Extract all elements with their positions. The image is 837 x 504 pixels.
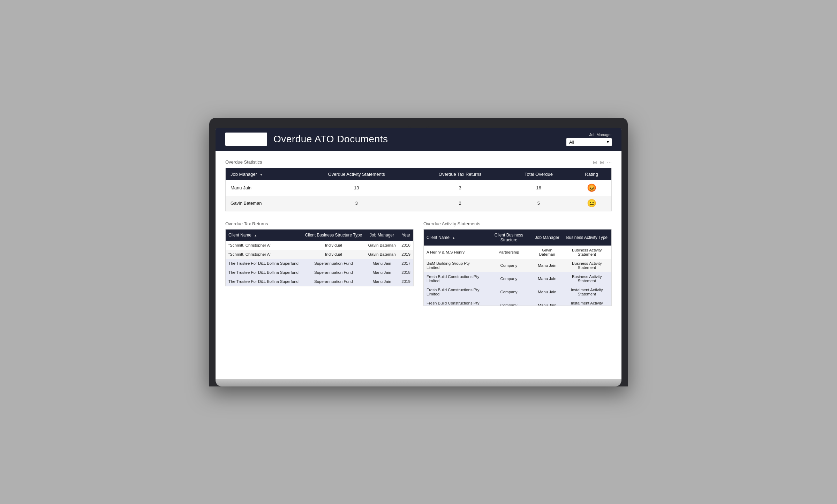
- as-manager-5: Manu Jain: [532, 299, 562, 306]
- stat-activity-1: 13: [299, 180, 414, 196]
- as-activity-4: Instalment Activity Statement: [563, 285, 611, 299]
- as-client-4: Fresh Build Constructions Pty Limited: [424, 285, 486, 299]
- table-row: Fresh Build Constructions Pty Limited Co…: [424, 272, 611, 285]
- as-col-job-manager: Job Manager: [532, 230, 562, 246]
- table-row: Manu Jain 13 3 16 😡: [226, 180, 611, 196]
- statistics-thead: Job Manager ▼ Overdue Activity Statement…: [226, 168, 611, 180]
- tr-client-2: "Schmitt, Christopher A": [226, 250, 302, 259]
- as-structure-2: Company: [486, 259, 532, 272]
- tr-structure-2: Individual: [302, 250, 365, 259]
- activity-statements-table-wrap[interactable]: Client Name ▲ Client Business Structure …: [423, 229, 612, 306]
- tr-structure-1: Individual: [302, 241, 365, 250]
- tr-manager-1: Gavin Bateman: [365, 241, 399, 250]
- job-manager-label: Job Manager: [589, 133, 612, 137]
- tax-returns-tbody: "Schmitt, Christopher A" Individual Gavi…: [226, 241, 413, 286]
- logo-box: [225, 133, 267, 146]
- export-icon[interactable]: ⊞: [600, 159, 604, 165]
- table-row: B&M Building Group Pty Limited Company M…: [424, 259, 611, 272]
- sort-arrow: ▼: [260, 173, 263, 176]
- tr-year-2: 2019: [399, 250, 413, 259]
- statistics-header-icons: ⊟ ⊞ ⋯: [593, 159, 612, 165]
- as-manager-1: Gavin Bateman: [532, 246, 562, 259]
- tr-client-4: The Trustee For D&L Bollina Superfund: [226, 268, 302, 277]
- main-content: Overdue Statistics ⊟ ⊞ ⋯ Job Manager ▼: [216, 151, 621, 314]
- table-row: A Henry & M.S Henry Partnership Gavin Ba…: [424, 246, 611, 259]
- tax-returns-thead: Client Name ▲ Client Business Structure …: [226, 230, 413, 241]
- tr-col-client-name: Client Name ▲: [226, 230, 302, 241]
- tr-manager-3: Manu Jain: [365, 259, 399, 268]
- page-title: Overdue ATO Documents: [273, 134, 388, 145]
- as-client-3: Fresh Build Constructions Pty Limited: [424, 272, 486, 285]
- table-row: The Trustee For D&L Bollina Superfund Su…: [226, 277, 413, 286]
- tr-manager-5: Manu Jain: [365, 277, 399, 286]
- tr-col-structure: Client Business Structure Type: [302, 230, 365, 241]
- as-manager-3: Manu Jain: [532, 272, 562, 285]
- tr-client-1: "Schmitt, Christopher A": [226, 241, 302, 250]
- sort-arrow-tr: ▲: [254, 234, 257, 237]
- as-structure-5: Company: [486, 299, 532, 306]
- tax-returns-table-wrap[interactable]: Client Name ▲ Client Business Structure …: [225, 229, 414, 286]
- col-activity-statements: Overdue Activity Statements: [299, 168, 414, 180]
- tax-returns-section: Overdue Tax Returns Client Name ▲ Client…: [225, 221, 414, 306]
- tr-structure-3: Superannuation Fund: [302, 259, 365, 268]
- statistics-table-container: Job Manager ▼ Overdue Activity Statement…: [225, 168, 612, 211]
- as-col-structure: Client Business Structure: [486, 230, 532, 246]
- as-client-5: Fresh Build Constructions Pty Limited: [424, 299, 486, 306]
- as-manager-2: Manu Jain: [532, 259, 562, 272]
- table-row: Fresh Build Constructions Pty Limited Co…: [424, 285, 611, 299]
- as-activity-3: Business Activity Statement: [563, 272, 611, 285]
- more-icon[interactable]: ⋯: [607, 159, 612, 165]
- header-left: Overdue ATO Documents: [225, 133, 388, 146]
- activity-statements-thead: Client Name ▲ Client Business Structure …: [424, 230, 611, 246]
- activity-statements-table: Client Name ▲ Client Business Structure …: [424, 230, 611, 306]
- activity-statements-tbody: A Henry & M.S Henry Partnership Gavin Ba…: [424, 246, 611, 306]
- stat-total-2: 5: [506, 196, 572, 211]
- bottom-sections: Overdue Tax Returns Client Name ▲ Client…: [225, 221, 612, 306]
- table-row: The Trustee For D&L Bollina Superfund Su…: [226, 259, 413, 268]
- tr-col-year: Year: [399, 230, 413, 241]
- table-row: "Schmitt, Christopher A" Individual Gavi…: [226, 241, 413, 250]
- as-col-activity-type: Business Activity Type: [563, 230, 611, 246]
- stat-activity-2: 3: [299, 196, 414, 211]
- as-structure-1: Partnership: [486, 246, 532, 259]
- as-client-2: B&M Building Group Pty Limited: [424, 259, 486, 272]
- header-right: Job Manager All Manu Jain Gavin Bateman: [566, 133, 612, 146]
- stat-job-manager-2: Gavin Bateman: [226, 196, 299, 211]
- sort-arrow-as: ▲: [452, 236, 455, 240]
- tr-structure-5: Superannuation Fund: [302, 277, 365, 286]
- stat-rating-2: 😐: [572, 196, 611, 211]
- statistics-tbody: Manu Jain 13 3 16 😡 Gavin Bateman 3 2: [226, 180, 611, 211]
- tr-year-4: 2018: [399, 268, 413, 277]
- stat-tax-1: 3: [414, 180, 506, 196]
- as-manager-4: Manu Jain: [532, 285, 562, 299]
- statistics-section-title: Overdue Statistics: [225, 159, 262, 165]
- job-manager-select-wrapper[interactable]: All Manu Jain Gavin Bateman: [566, 138, 612, 146]
- as-structure-3: Company: [486, 272, 532, 285]
- tax-returns-section-header: Overdue Tax Returns: [225, 221, 414, 226]
- table-row: Gavin Bateman 3 2 5 😐: [226, 196, 611, 211]
- stat-rating-1: 😡: [572, 180, 611, 196]
- tr-manager-4: Manu Jain: [365, 268, 399, 277]
- tr-client-5: The Trustee For D&L Bollina Superfund: [226, 277, 302, 286]
- filter-icon[interactable]: ⊟: [593, 159, 597, 165]
- col-job-manager: Job Manager ▼: [226, 168, 299, 180]
- tr-year-3: 2017: [399, 259, 413, 268]
- overdue-statistics-section: Overdue Statistics ⊟ ⊞ ⋯ Job Manager ▼: [225, 159, 612, 211]
- job-manager-select[interactable]: All Manu Jain Gavin Bateman: [566, 138, 612, 146]
- statistics-header-row: Job Manager ▼ Overdue Activity Statement…: [226, 168, 611, 180]
- activity-statements-title: Overdue Activity Statements: [423, 221, 480, 226]
- as-structure-4: Company: [486, 285, 532, 299]
- tr-year-1: 2018: [399, 241, 413, 250]
- as-activity-1: Business Activity Statement: [563, 246, 611, 259]
- as-activity-2: Business Activity Statement: [563, 259, 611, 272]
- laptop-base: [216, 379, 621, 386]
- stat-tax-2: 2: [414, 196, 506, 211]
- tr-col-job-manager: Job Manager: [365, 230, 399, 241]
- as-client-1: A Henry & M.S Henry: [424, 246, 486, 259]
- table-row: Fresh Build Constructions Pty Limited Co…: [424, 299, 611, 306]
- col-total-overdue: Total Overdue: [506, 168, 572, 180]
- stat-job-manager-1: Manu Jain: [226, 180, 299, 196]
- col-rating: Rating: [572, 168, 611, 180]
- activity-header-row: Client Name ▲ Client Business Structure …: [424, 230, 611, 246]
- statistics-table: Job Manager ▼ Overdue Activity Statement…: [226, 168, 611, 211]
